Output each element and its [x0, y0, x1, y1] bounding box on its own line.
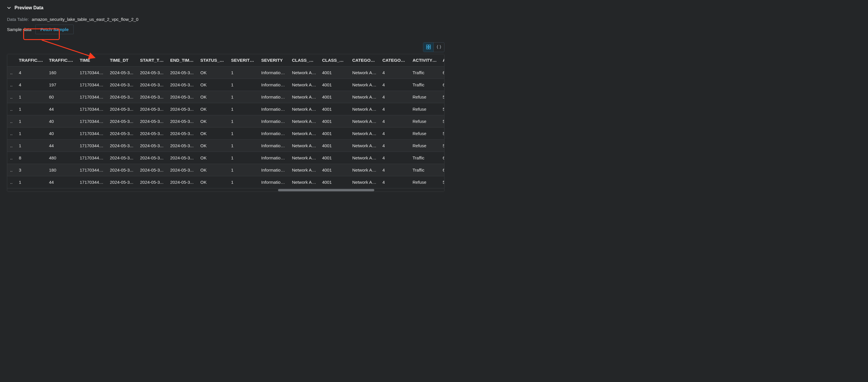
cell-traffic_packets: 4 [16, 66, 46, 78]
section-title: Preview Data [14, 5, 43, 10]
column-header-class_uid[interactable]: CLASS_UID [319, 54, 349, 66]
cell-class_uid: 4001 [319, 78, 349, 91]
fetch-sample-button[interactable]: Fetch Sample [35, 25, 74, 34]
cell-status_code: OK [197, 139, 228, 152]
cell-activity_id: 6 [440, 66, 444, 78]
table-row[interactable]: ..144171703440...2024-05-3...2024-05-3..… [7, 139, 444, 152]
section-header[interactable]: Preview Data [7, 5, 444, 10]
scrollbar-thumb[interactable] [278, 189, 374, 191]
cell-time_dt: 2024-05-3... [107, 103, 137, 115]
cell-time: 171703440... [77, 91, 107, 103]
cell-category_name: Network Ac... [349, 78, 379, 91]
cell-class_uid: 4001 [319, 127, 349, 139]
cell-traffic_packets: 1 [16, 127, 46, 139]
table-header-row: TRAFFIC.PAC...TRAFFIC.BYT...TIMETIME_DTS… [7, 54, 444, 66]
cell-category_uid: 4 [379, 176, 410, 188]
column-header-class_name[interactable]: CLASS_NAME [289, 54, 319, 66]
grid-view-button[interactable] [423, 42, 434, 52]
table-row[interactable]: ..4160171703440...2024-05-3...2024-05-3.… [7, 66, 444, 78]
cell-severity_id: 1 [228, 152, 258, 164]
cell-status_code: OK [197, 78, 228, 91]
cell-activity_name: Traffic [410, 78, 440, 91]
cell-end_time_dt: 2024-05-3... [167, 127, 197, 139]
column-header-time_dt[interactable]: TIME_DT [107, 54, 137, 66]
cell-status_code: OK [197, 66, 228, 78]
cell-category_name: Network Ac... [349, 103, 379, 115]
cell-traffic_packets: 3 [16, 164, 46, 176]
column-header-end_time_dt[interactable]: END_TIME_DT [167, 54, 197, 66]
cell-time: 171703443... [77, 152, 107, 164]
row-leading-cell: .. [7, 127, 16, 139]
column-header-category_uid[interactable]: CATEGORY_... [379, 54, 410, 66]
cell-traffic_bytes: 44 [46, 103, 77, 115]
cell-activity_name: Refuse [410, 115, 440, 127]
cell-severity: Informational [258, 91, 289, 103]
cell-traffic_bytes: 40 [46, 115, 77, 127]
cell-traffic_bytes: 197 [46, 78, 77, 91]
column-header-activity_id[interactable]: ACTI [440, 54, 444, 66]
cell-class_name: Network Ac... [289, 127, 319, 139]
cell-status_code: OK [197, 164, 228, 176]
row-leading-cell: .. [7, 103, 16, 115]
table-row[interactable]: ..140171703440...2024-05-3...2024-05-3..… [7, 115, 444, 127]
cell-category_name: Network Ac... [349, 139, 379, 152]
cell-severity_id: 1 [228, 91, 258, 103]
column-header-status_code[interactable]: STATUS_CODE [197, 54, 228, 66]
json-view-button[interactable] [434, 42, 444, 52]
row-leading-cell: .. [7, 78, 16, 91]
cell-activity_name: Traffic [410, 66, 440, 78]
column-header-start_time[interactable]: START_TIME_... [137, 54, 167, 66]
cell-class_uid: 4001 [319, 66, 349, 78]
table-row[interactable]: ..3180171703443...2024-05-3...2024-05-3.… [7, 164, 444, 176]
column-header-severity_id[interactable]: SEVERITY_ID [228, 54, 258, 66]
cell-time: 171703443... [77, 176, 107, 188]
cell-status_code: OK [197, 115, 228, 127]
column-header-traffic_bytes[interactable]: TRAFFIC.BYT... [46, 54, 77, 66]
cell-severity: Informational [258, 78, 289, 91]
view-toggle-toolbar [7, 42, 444, 52]
svg-rect-3 [427, 47, 428, 49]
cell-severity_id: 1 [228, 66, 258, 78]
cell-class_uid: 4001 [319, 176, 349, 188]
horizontal-scrollbar[interactable] [7, 188, 444, 192]
cell-traffic_packets: 1 [16, 103, 46, 115]
cell-status_code: OK [197, 127, 228, 139]
data-table-value: amazon_security_lake_table_us_east_2_vpc… [32, 17, 138, 22]
cell-class_uid: 4001 [319, 152, 349, 164]
cell-severity_id: 1 [228, 139, 258, 152]
cell-class_uid: 4001 [319, 91, 349, 103]
table-row[interactable]: ..160171703440...2024-05-3...2024-05-3..… [7, 91, 444, 103]
cell-traffic_bytes: 60 [46, 91, 77, 103]
cell-category_uid: 4 [379, 127, 410, 139]
cell-severity: Informational [258, 127, 289, 139]
cell-class_name: Network Ac... [289, 152, 319, 164]
cell-activity_id: 6 [440, 78, 444, 91]
cell-traffic_bytes: 44 [46, 176, 77, 188]
cell-start_time: 2024-05-3... [137, 127, 167, 139]
cell-traffic_packets: 4 [16, 78, 46, 91]
cell-severity: Informational [258, 164, 289, 176]
cell-activity_id: 5 [440, 91, 444, 103]
cell-category_uid: 4 [379, 115, 410, 127]
cell-class_uid: 4001 [319, 164, 349, 176]
cell-activity_id: 5 [440, 139, 444, 152]
cell-severity_id: 1 [228, 164, 258, 176]
cell-severity: Informational [258, 139, 289, 152]
cell-status_code: OK [197, 103, 228, 115]
leading-column-header[interactable] [7, 54, 16, 66]
cell-category_uid: 4 [379, 139, 410, 152]
table-row[interactable]: ..144171703440...2024-05-3...2024-05-3..… [7, 103, 444, 115]
cell-start_time: 2024-05-3... [137, 78, 167, 91]
column-header-traffic_packets[interactable]: TRAFFIC.PAC... [16, 54, 46, 66]
table-row[interactable]: ..140171703440...2024-05-3...2024-05-3..… [7, 127, 444, 139]
column-header-severity[interactable]: SEVERITY [258, 54, 289, 66]
column-header-time[interactable]: TIME [77, 54, 107, 66]
table-row[interactable]: ..8480171703443...2024-05-3...2024-05-3.… [7, 152, 444, 164]
column-header-activity_name[interactable]: ACTIVITY_N... [410, 54, 440, 66]
cell-end_time_dt: 2024-05-3... [167, 152, 197, 164]
column-header-category_name[interactable]: CATEGORY_... [349, 54, 379, 66]
cell-end_time_dt: 2024-05-3... [167, 139, 197, 152]
table-row[interactable]: ..4197171703440...2024-05-3...2024-05-3.… [7, 78, 444, 91]
table-row[interactable]: ..144171703443...2024-05-3...2024-05-3..… [7, 176, 444, 188]
cell-end_time_dt: 2024-05-3... [167, 66, 197, 78]
